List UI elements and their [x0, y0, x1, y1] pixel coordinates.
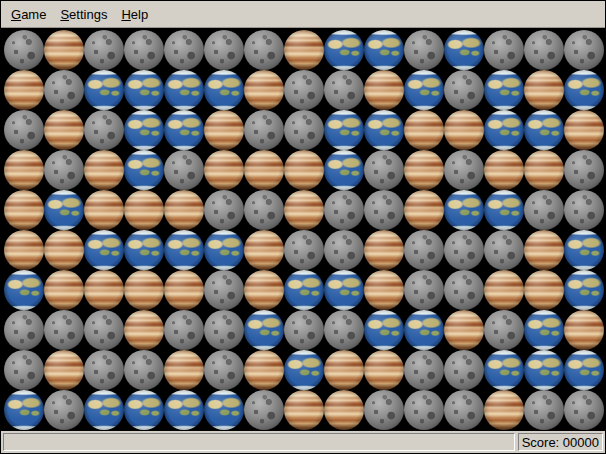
ball-earth[interactable] — [4, 390, 44, 430]
ball-earth[interactable] — [444, 30, 484, 70]
ball-jupiter[interactable] — [284, 390, 324, 430]
ball-moon[interactable] — [444, 390, 484, 430]
ball-earth[interactable] — [524, 350, 564, 390]
ball-moon[interactable] — [244, 30, 284, 70]
ball-jupiter[interactable] — [4, 70, 44, 110]
ball-earth[interactable] — [124, 70, 164, 110]
ball-jupiter[interactable] — [404, 150, 444, 190]
ball-moon[interactable] — [444, 150, 484, 190]
ball-earth[interactable] — [44, 190, 84, 230]
ball-moon[interactable] — [44, 310, 84, 350]
ball-moon[interactable] — [524, 30, 564, 70]
menu-game[interactable]: Game — [4, 2, 53, 27]
ball-moon[interactable] — [284, 70, 324, 110]
ball-jupiter[interactable] — [324, 350, 364, 390]
ball-earth[interactable] — [364, 30, 404, 70]
ball-moon[interactable] — [84, 110, 124, 150]
ball-moon[interactable] — [404, 230, 444, 270]
ball-jupiter[interactable] — [244, 230, 284, 270]
ball-earth[interactable] — [524, 310, 564, 350]
ball-moon[interactable] — [484, 230, 524, 270]
ball-earth[interactable] — [324, 150, 364, 190]
ball-earth[interactable] — [564, 230, 604, 270]
ball-moon[interactable] — [364, 390, 404, 430]
ball-jupiter[interactable] — [84, 190, 124, 230]
ball-jupiter[interactable] — [4, 230, 44, 270]
ball-jupiter[interactable] — [404, 190, 444, 230]
ball-earth[interactable] — [84, 390, 124, 430]
menu-settings[interactable]: Settings — [53, 2, 114, 27]
ball-moon[interactable] — [204, 270, 244, 310]
ball-moon[interactable] — [524, 190, 564, 230]
ball-jupiter[interactable] — [444, 310, 484, 350]
ball-earth[interactable] — [204, 230, 244, 270]
ball-earth[interactable] — [84, 70, 124, 110]
ball-earth[interactable] — [124, 110, 164, 150]
ball-jupiter[interactable] — [44, 270, 84, 310]
ball-moon[interactable] — [204, 30, 244, 70]
ball-moon[interactable] — [284, 230, 324, 270]
ball-earth[interactable] — [84, 230, 124, 270]
ball-jupiter[interactable] — [244, 350, 284, 390]
ball-moon[interactable] — [404, 270, 444, 310]
ball-jupiter[interactable] — [244, 150, 284, 190]
ball-moon[interactable] — [124, 30, 164, 70]
ball-moon[interactable] — [164, 30, 204, 70]
ball-jupiter[interactable] — [364, 70, 404, 110]
ball-moon[interactable] — [44, 70, 84, 110]
ball-moon[interactable] — [404, 390, 444, 430]
ball-moon[interactable] — [164, 310, 204, 350]
ball-moon[interactable] — [324, 310, 364, 350]
ball-moon[interactable] — [244, 390, 284, 430]
ball-earth[interactable] — [324, 270, 364, 310]
ball-jupiter[interactable] — [524, 230, 564, 270]
ball-jupiter[interactable] — [164, 270, 204, 310]
ball-jupiter[interactable] — [364, 230, 404, 270]
ball-moon[interactable] — [444, 70, 484, 110]
menu-help[interactable]: Help — [114, 2, 155, 27]
ball-moon[interactable] — [404, 30, 444, 70]
ball-jupiter[interactable] — [244, 270, 284, 310]
ball-earth[interactable] — [284, 350, 324, 390]
ball-moon[interactable] — [444, 350, 484, 390]
ball-moon[interactable] — [564, 30, 604, 70]
ball-jupiter[interactable] — [44, 110, 84, 150]
ball-earth[interactable] — [484, 70, 524, 110]
ball-moon[interactable] — [484, 310, 524, 350]
ball-moon[interactable] — [404, 350, 444, 390]
ball-earth[interactable] — [124, 390, 164, 430]
ball-moon[interactable] — [324, 230, 364, 270]
ball-jupiter[interactable] — [204, 110, 244, 150]
ball-moon[interactable] — [564, 190, 604, 230]
ball-jupiter[interactable] — [44, 30, 84, 70]
ball-earth[interactable] — [564, 350, 604, 390]
ball-jupiter[interactable] — [44, 350, 84, 390]
ball-jupiter[interactable] — [124, 270, 164, 310]
ball-moon[interactable] — [324, 70, 364, 110]
ball-moon[interactable] — [564, 150, 604, 190]
ball-moon[interactable] — [444, 270, 484, 310]
ball-earth[interactable] — [124, 230, 164, 270]
ball-jupiter[interactable] — [364, 350, 404, 390]
ball-earth[interactable] — [284, 270, 324, 310]
ball-earth[interactable] — [164, 110, 204, 150]
ball-moon[interactable] — [484, 30, 524, 70]
ball-earth[interactable] — [164, 390, 204, 430]
ball-earth[interactable] — [164, 70, 204, 110]
ball-earth[interactable] — [404, 310, 444, 350]
ball-earth[interactable] — [564, 270, 604, 310]
ball-earth[interactable] — [524, 110, 564, 150]
ball-moon[interactable] — [44, 390, 84, 430]
ball-moon[interactable] — [364, 190, 404, 230]
ball-moon[interactable] — [564, 390, 604, 430]
ball-moon[interactable] — [364, 150, 404, 190]
ball-moon[interactable] — [124, 350, 164, 390]
ball-jupiter[interactable] — [564, 310, 604, 350]
ball-earth[interactable] — [564, 70, 604, 110]
ball-earth[interactable] — [324, 110, 364, 150]
ball-jupiter[interactable] — [4, 150, 44, 190]
ball-earth[interactable] — [484, 190, 524, 230]
ball-jupiter[interactable] — [284, 190, 324, 230]
ball-jupiter[interactable] — [284, 30, 324, 70]
ball-jupiter[interactable] — [284, 150, 324, 190]
